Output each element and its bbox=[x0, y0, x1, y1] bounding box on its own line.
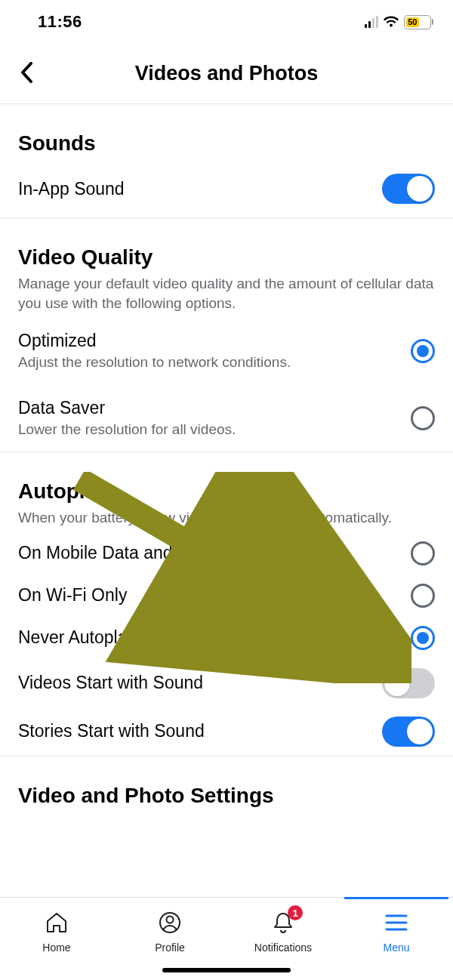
section-title-video-quality: Video Quality bbox=[18, 245, 435, 270]
optimized-sublabel: Adjust the resolution to network conditi… bbox=[18, 354, 397, 371]
battery-percent: 50 bbox=[406, 17, 419, 27]
tab-profile-label: Profile bbox=[155, 941, 185, 954]
stories-start-sound-toggle[interactable] bbox=[382, 717, 435, 747]
tab-home-label: Home bbox=[42, 941, 70, 954]
chevron-left-icon bbox=[20, 62, 33, 83]
autoplay-wifi-only-radio[interactable] bbox=[411, 584, 435, 608]
row-autoplay-never[interactable]: Never Autoplay Videos bbox=[18, 617, 435, 659]
row-videos-start-sound: Videos Start with Sound bbox=[18, 659, 435, 707]
section-title-video-photo-settings: Video and Photo Settings bbox=[18, 784, 435, 808]
tab-menu[interactable]: Menu bbox=[340, 898, 453, 980]
autoplay-mobile-wifi-label: On Mobile Data and Wi-Fi bbox=[18, 543, 397, 563]
divider bbox=[0, 756, 453, 757]
status-bar: 11:56 50 bbox=[0, 0, 453, 44]
status-indicators: 50 bbox=[365, 15, 433, 29]
autoplay-never-label: Never Autoplay Videos bbox=[18, 627, 397, 648]
data-saver-radio[interactable] bbox=[411, 406, 435, 430]
autoplay-never-radio[interactable] bbox=[411, 626, 435, 650]
back-button[interactable] bbox=[14, 56, 39, 92]
row-autoplay-mobile-wifi[interactable]: On Mobile Data and Wi-Fi bbox=[18, 532, 435, 575]
videos-start-sound-toggle[interactable] bbox=[382, 668, 435, 698]
autoplay-wifi-only-label: On Wi-Fi Only bbox=[18, 585, 397, 606]
in-app-sound-label: In-App Sound bbox=[18, 179, 368, 199]
section-title-autoplay: Autoplay bbox=[18, 479, 435, 504]
data-saver-sublabel: Lower the resolution for all videos. bbox=[18, 421, 397, 438]
optimized-label: Optimized bbox=[18, 331, 397, 351]
row-optimized[interactable]: Optimized Adjust the resolution to netwo… bbox=[18, 317, 435, 384]
stories-start-sound-label: Stories Start with Sound bbox=[18, 721, 368, 741]
tab-home[interactable]: Home bbox=[0, 898, 113, 980]
autoplay-mobile-wifi-radio[interactable] bbox=[411, 541, 435, 566]
divider bbox=[0, 451, 453, 452]
row-stories-start-sound: Stories Start with Sound bbox=[18, 707, 435, 756]
page-title: Videos and Photos bbox=[0, 62, 453, 85]
svg-point-2 bbox=[167, 917, 174, 923]
data-saver-label: Data Saver bbox=[18, 398, 397, 418]
row-autoplay-wifi-only[interactable]: On Wi-Fi Only bbox=[18, 575, 435, 617]
home-icon bbox=[45, 911, 69, 935]
battery-icon: 50 bbox=[404, 15, 433, 29]
status-time: 11:56 bbox=[38, 12, 82, 32]
tab-menu-label: Menu bbox=[383, 941, 409, 954]
optimized-radio[interactable] bbox=[411, 339, 435, 363]
in-app-sound-toggle[interactable] bbox=[382, 174, 435, 204]
home-indicator[interactable] bbox=[162, 968, 291, 972]
content-scroll[interactable]: Sounds In-App Sound Video Quality Manage… bbox=[0, 131, 453, 826]
divider bbox=[0, 217, 453, 218]
cellular-signal-icon bbox=[365, 16, 378, 28]
section-desc-video-quality: Manage your default video quality and th… bbox=[18, 274, 435, 313]
videos-start-sound-label: Videos Start with Sound bbox=[18, 673, 368, 693]
section-desc-autoplay: When your battery is low videos stop pla… bbox=[18, 508, 435, 528]
row-in-app-sound: In-App Sound bbox=[18, 160, 435, 217]
wifi-icon bbox=[383, 16, 399, 28]
section-title-sounds: Sounds bbox=[18, 131, 435, 156]
row-data-saver[interactable]: Data Saver Lower the resolution for all … bbox=[18, 384, 435, 451]
nav-header: Videos and Photos bbox=[0, 44, 453, 104]
profile-icon bbox=[158, 911, 182, 935]
tab-notifications-label: Notifications bbox=[254, 941, 312, 954]
hamburger-icon bbox=[384, 913, 408, 932]
notification-badge: 1 bbox=[288, 905, 303, 920]
